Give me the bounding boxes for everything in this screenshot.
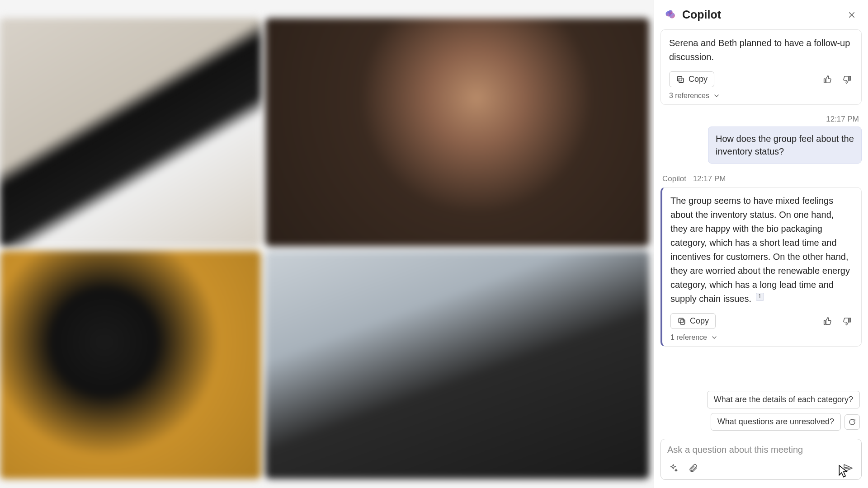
svg-rect-6 (679, 318, 683, 323)
thumbs-down-button[interactable] (841, 74, 853, 85)
chevron-down-icon (713, 92, 720, 99)
thumbs-up-icon (822, 75, 832, 84)
user-message-bubble: How does the group feel about the invent… (708, 127, 862, 164)
assistant-message-text: Serena and Beth planned to have a follow… (669, 36, 853, 64)
close-icon (848, 11, 856, 19)
copilot-header: Copilot (654, 0, 868, 29)
copilot-panel: Copilot Serena and Beth planned to have … (654, 0, 868, 488)
assistant-message-card: Serena and Beth planned to have a follow… (660, 29, 862, 105)
message-actions: Copy (670, 313, 853, 329)
copy-button[interactable]: Copy (670, 313, 716, 329)
composer-toolbar (667, 461, 855, 475)
copy-button[interactable]: Copy (669, 71, 714, 87)
svg-rect-4 (677, 76, 682, 81)
svg-rect-5 (680, 319, 685, 324)
copy-label: Copy (690, 316, 709, 326)
app-root: Copilot Serena and Beth planned to have … (0, 0, 868, 488)
video-tile[interactable] (265, 251, 649, 479)
thumbs-up-icon (822, 316, 832, 326)
close-button[interactable] (845, 9, 858, 21)
refresh-suggestions-button[interactable] (844, 414, 860, 430)
thumbs-down-icon (842, 75, 852, 84)
copy-icon (676, 75, 685, 84)
video-grid (0, 18, 649, 479)
refresh-icon (848, 418, 856, 426)
feedback-group (821, 315, 853, 327)
chat-scroll: Serena and Beth planned to have a follow… (654, 29, 868, 435)
sparkle-icon (668, 463, 678, 473)
thumbs-up-button[interactable] (821, 315, 833, 327)
video-tile[interactable] (265, 18, 649, 246)
chevron-down-icon (711, 334, 718, 341)
svg-rect-3 (679, 78, 684, 82)
references-toggle[interactable]: 1 reference (670, 333, 853, 342)
attach-button[interactable] (687, 462, 699, 474)
references-label: 1 reference (670, 333, 707, 342)
copilot-logo-icon (664, 9, 677, 21)
composer-input[interactable] (667, 445, 855, 455)
send-icon (843, 463, 854, 474)
user-message-timestamp: 12:17 PM (660, 115, 859, 124)
suggestion-pill[interactable]: What questions are unresolved? (711, 413, 841, 431)
references-toggle[interactable]: 3 references (669, 92, 853, 100)
panel-title: Copilot (682, 8, 721, 21)
citation-badge[interactable]: 1 (756, 293, 764, 301)
suggestion-pill[interactable]: What are the details of each category? (707, 391, 860, 408)
thumbs-down-button[interactable] (841, 315, 853, 327)
message-actions: Copy (669, 71, 853, 87)
assistant-sender-row: Copilot 12:17 PM (662, 174, 862, 183)
feedback-group (821, 74, 853, 85)
thumbs-up-button[interactable] (821, 74, 833, 85)
send-button[interactable] (841, 461, 855, 475)
assistant-message-text: The group seems to have mixed feelings a… (670, 194, 853, 306)
meeting-video-area (0, 0, 654, 488)
references-label: 3 references (669, 92, 709, 100)
copy-icon (677, 317, 686, 326)
video-tile[interactable] (0, 251, 261, 479)
assistant-message-card: The group seems to have mixed feelings a… (660, 187, 862, 347)
paperclip-icon (688, 463, 698, 473)
suggestion-area: What are the details of each category? W… (660, 377, 862, 435)
video-tile[interactable] (0, 18, 261, 246)
copy-label: Copy (689, 75, 708, 84)
svg-point-2 (668, 10, 672, 14)
composer[interactable] (660, 439, 862, 480)
sparkle-button[interactable] (667, 462, 679, 474)
sender-timestamp: 12:17 PM (693, 174, 726, 183)
sender-name: Copilot (662, 174, 686, 183)
thumbs-down-icon (842, 316, 852, 326)
